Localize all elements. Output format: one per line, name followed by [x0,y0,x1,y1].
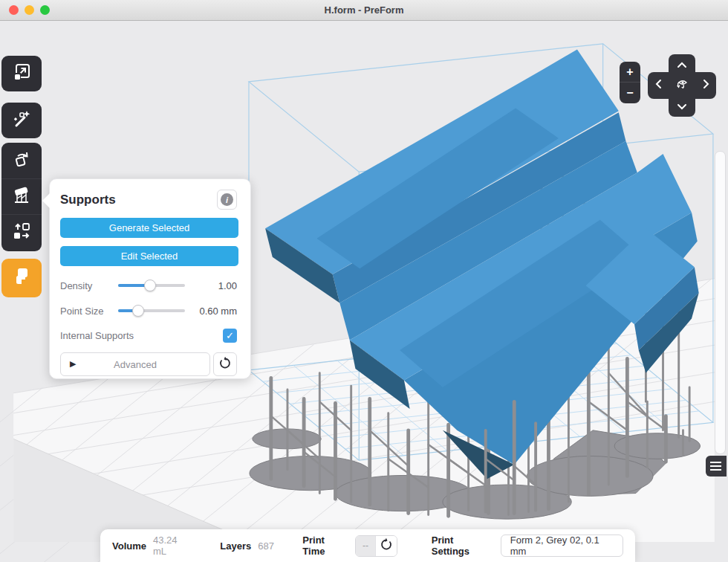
density-label: Density [60,280,117,291]
density-slider-knob[interactable] [144,280,156,291]
info-button[interactable]: i [217,190,237,210]
rotate-orient-icon [12,149,31,172]
supports-panel: Supports i Generate Selected Edit Select… [49,178,251,379]
point-size-value: 0.60 mm [199,306,237,317]
print-settings-selector[interactable]: Form 2, Grey 02, 0.1 mm [501,534,623,557]
refresh-icon [380,538,392,553]
model-list-strip[interactable] [715,151,726,454]
title-bar: H.form - PreForm [0,0,728,21]
edit-selected-button[interactable]: Edit Selected [60,246,238,266]
volume-label: Volume [112,540,146,552]
panel-caret [42,193,50,208]
expand-play-icon: ▶ [70,359,76,369]
rotate-down-button[interactable] [671,98,693,114]
zoom-out-button[interactable]: − [620,83,640,103]
rotate-up-button[interactable] [671,56,693,73]
orbit-eye-icon [675,77,689,94]
generate-selected-button[interactable]: Generate Selected [60,218,238,238]
refresh-print-time-button[interactable] [375,536,397,556]
panel-title: Supports [60,193,116,207]
sidebar-tool-orient[interactable] [1,143,42,178]
list-icon [710,462,721,463]
supports-icon [12,186,31,208]
close-button[interactable] [9,5,19,15]
size-scale-icon [12,62,31,85]
rotate-left-button[interactable] [650,77,666,94]
point-size-label: Point Size [60,306,117,317]
print-time-label: Print Time [302,534,348,557]
info-icon: i [221,193,233,206]
sidebar-tool-size[interactable] [1,56,42,91]
reset-view-button[interactable] [674,77,690,94]
point-size-slider[interactable] [118,305,185,317]
print-settings-label: Print Settings [432,534,492,557]
sidebar-tool-group [1,143,42,251]
magic-wand-icon [12,109,31,132]
reset-supports-button[interactable] [213,352,237,376]
chevron-right-icon [703,79,709,92]
reset-icon [219,357,232,372]
window-controls [9,5,50,15]
chevron-left-icon [655,79,662,92]
minimize-button[interactable] [25,5,34,15]
window-title: H.form - PreForm [325,4,404,16]
internal-supports-label: Internal Supports [60,330,134,341]
rotate-right-button[interactable] [698,77,714,94]
layers-label: Layers [220,540,251,552]
zoom-controls: + − [620,62,640,103]
printer-icon [12,267,31,289]
point-size-slider-knob[interactable] [132,305,144,317]
layout-icon [12,222,31,244]
density-slider[interactable] [118,280,185,291]
check-icon: ✓ [226,330,234,341]
layers-value: 687 [258,540,274,552]
sidebar-tool-supports[interactable] [1,178,42,214]
print-time-control: -- [355,535,397,557]
internal-supports-checkbox[interactable]: ✓ [223,329,237,343]
chevron-down-icon [677,100,687,113]
advanced-button[interactable]: ▶ Advanced [60,352,210,376]
print-time-value: -- [356,536,375,556]
zoom-window-button[interactable] [40,5,50,15]
density-value: 1.00 [218,280,237,291]
sidebar-printer-button[interactable] [1,259,42,297]
zoom-in-button[interactable]: + [620,62,640,83]
sidebar-tool-one-click-print[interactable] [1,103,42,138]
sidebar-tool-layout[interactable] [1,214,42,250]
status-bar: Volume 43.24 mL Layers 687 Print Time --… [100,529,635,562]
model-list-toggle[interactable] [706,456,727,477]
chevron-up-icon [677,58,687,71]
volume-value: 43.24 mL [153,534,192,557]
